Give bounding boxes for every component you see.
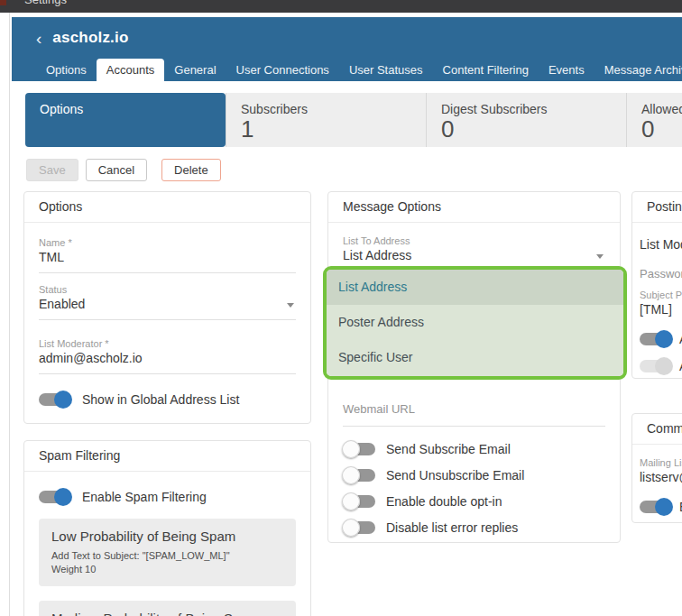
tab-user-statuses[interactable]: User Statuses [339,59,433,81]
spam-rule-title: Low Probability of Being Spam [51,529,283,544]
tab-options[interactable]: Options [36,59,97,81]
toggle-row: Enable double opt-in [343,494,605,509]
enable-double-opt-in-toggle[interactable] [343,495,375,508]
list-to-address-dropdown: List Address Poster Address Specific Use… [327,270,623,376]
show-in-gal-label: Show in Global Address List [82,392,239,407]
list-moderator-value[interactable]: admin@ascholz.io [39,351,296,366]
save-button[interactable]: Save [26,159,78,181]
tab-accounts[interactable]: Accounts [97,59,164,81]
show-in-gal-toggle[interactable] [39,393,71,406]
delete-button[interactable]: Delete [161,159,221,181]
enable-spam-filtering-label: Enable Spam Filtering [82,490,207,504]
toggle-row: Send Subscribe Email [343,442,605,456]
webmail-url-label: Webmail URL [343,402,605,417]
stat-card-subscribers[interactable]: Subscribers 1 [226,93,426,147]
toggle-row: Send Unsubscribe Email [343,468,605,483]
name-label: Name * [39,237,296,249]
back-chevron-icon[interactable]: ‹ [36,30,41,47]
spam-rule-card-medium[interactable]: Medium Probability of Being Spam [39,601,296,616]
chevron-down-icon [287,303,294,308]
enable-spam-filtering-toggle[interactable] [39,491,71,503]
list-moderation-field[interactable]: List Moderation [640,237,682,252]
stat-label: Allowed [641,102,682,116]
spam-rule-card-low[interactable]: Low Probability of Being Spam Add Text t… [39,519,296,586]
stat-value: 0 [641,116,682,143]
app-icon [0,0,6,5]
status-label: Status [39,284,296,296]
password-field[interactable]: Password [640,267,682,280]
stat-label: Subscribers [241,102,419,116]
stat-card-options[interactable]: Options [25,93,226,147]
posting-panel: Posting List Moderation Password Subject… [631,191,682,379]
dropdown-option-list-address[interactable]: List Address [327,270,623,305]
edit-pencil-icon[interactable]: ✎ [107,423,117,425]
toggle-row: Allow [640,332,682,346]
cancel-button[interactable]: Cancel [86,159,147,181]
tab-events[interactable]: Events [539,59,594,81]
header-title-row: ‹ ascholz.io [36,29,129,47]
posting-panel-title: Posting [632,192,682,223]
mailing-list-address-value[interactable]: listserv@ascholz.io [640,470,682,485]
allow-toggle-2[interactable] [640,360,672,372]
list-to-address-value[interactable]: List Address [343,248,605,263]
topbar: Settings [0,0,682,13]
description-label: Description [39,422,102,424]
tab-content-filtering[interactable]: Content Filtering [433,59,539,81]
name-field[interactable]: Name * TML [39,237,296,273]
toggle-label: Send Subscribe Email [386,442,511,456]
tab-bar: Options Accounts General User Connection… [36,59,682,81]
mailing-list-address-field[interactable]: Mailing List Address listserv@ascholz.io [640,457,682,485]
message-panel-title: Message Options [328,192,620,223]
page-title: ascholz.io [52,29,128,47]
toggle-row: Disable list error replies [343,520,605,535]
list-moderator-field[interactable]: List Moderator * admin@ascholz.io [39,338,296,374]
webmail-url-field[interactable]: Webmail URL [343,402,605,427]
toggle-label: Enable double opt-in [386,494,502,509]
spam-toggle-row: Enable Spam Filtering [39,490,296,504]
options-panel-title: Options [24,192,310,223]
tab-message-archive-search[interactable]: Message Archive Search [594,59,682,81]
tab-general[interactable]: General [164,59,226,81]
subject-prefix-field[interactable]: Subject Prefix [TML] [640,290,682,317]
status-select[interactable]: Status Enabled [39,284,296,320]
tab-user-connections[interactable]: User Connections [226,59,339,81]
enable-toggle[interactable] [640,501,672,513]
allow-toggle-1[interactable] [640,333,672,345]
spam-rule-line: Add Text to Subject: "[SPAM_LOW_ML]" [51,549,283,562]
name-value[interactable]: TML [39,250,296,265]
status-value[interactable]: Enabled [39,297,296,312]
page-edge-divider [9,13,10,616]
stats-row: Options Subscribers 1 Digest Subscribers… [25,93,682,147]
settings-screen: Settings ‹ ascholz.io Options Accounts G… [0,0,682,616]
send-unsubscribe-email-toggle[interactable] [343,469,375,482]
toggle-row: Enable [640,500,682,514]
action-buttons-row: Save Cancel Delete [26,159,221,181]
description-row: Description ✎ [39,422,296,424]
dropdown-option-poster-address[interactable]: Poster Address [327,305,623,340]
list-to-address-label: List To Address [343,235,605,247]
subject-prefix-label: Subject Prefix [640,290,682,301]
chevron-down-icon [596,254,604,259]
annotation-highlight-box: List Address Poster Address Specific Use… [323,266,627,380]
send-subscribe-email-toggle[interactable] [343,443,375,455]
toggle-label: Disable list error replies [386,520,518,535]
dropdown-option-specific-user[interactable]: Specific User [327,340,623,375]
spam-rule-title: Medium Probability of Being Spam [51,611,283,616]
disable-list-error-replies-toggle[interactable] [343,521,375,534]
commands-panel: Commands Mailing List Address listserv@a… [631,413,682,523]
stat-value: 1 [241,116,419,143]
spam-rule-line: Weight 10 [51,563,283,575]
spam-filtering-panel: Spam Filtering Enable Spam Filtering Low… [23,440,311,616]
list-moderator-label: List Moderator * [39,338,296,350]
stat-value: 0 [441,116,619,143]
mailing-list-address-label: Mailing List Address [640,457,682,469]
stat-card-digest-subscribers[interactable]: Digest Subscribers 0 [426,93,626,147]
options-panel: Options Name * TML Status Enabled List M… [23,191,311,424]
domain-header: ‹ ascholz.io Options Accounts General Us… [12,17,682,81]
toggle-label: Send Unsubscribe Email [386,468,524,483]
spam-panel-title: Spam Filtering [24,441,310,472]
stat-card-allowed[interactable]: Allowed 0 [626,93,682,147]
subject-prefix-value[interactable]: [TML] [640,302,682,317]
gal-toggle-row: Show in Global Address List [39,392,296,407]
commands-panel-title: Commands [632,414,682,445]
